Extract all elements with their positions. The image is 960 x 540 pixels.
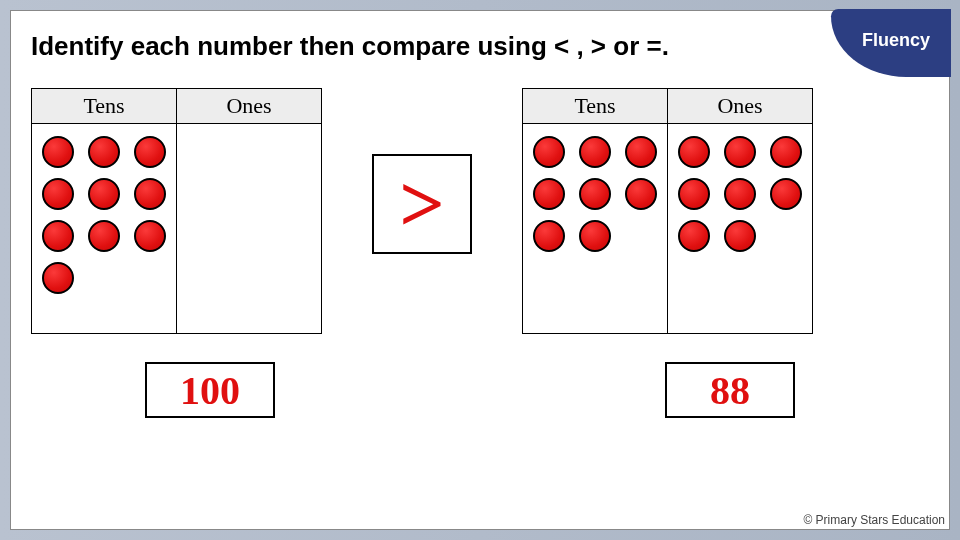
right-ones-header: Ones	[668, 89, 813, 124]
counter-dot	[134, 220, 166, 252]
main-row: Tens Ones >	[31, 88, 929, 334]
counter-dot	[42, 136, 74, 168]
value-row: 100 88	[31, 362, 929, 418]
counter-dot	[533, 220, 565, 252]
counter-dot	[88, 220, 120, 252]
counter-dot	[678, 136, 710, 168]
counter-dot	[770, 178, 802, 210]
fluency-badge-label: Fluency	[862, 30, 930, 51]
counter-dot	[533, 136, 565, 168]
counter-dot	[42, 220, 74, 252]
counter-dot	[724, 220, 756, 252]
counter-dot	[678, 178, 710, 210]
counter-dot	[579, 220, 611, 252]
counter-dot	[724, 178, 756, 210]
counter-dot	[42, 262, 74, 294]
right-tens-header: Tens	[523, 89, 668, 124]
left-ones-dots	[183, 132, 315, 136]
right-ones-dots	[674, 132, 806, 252]
right-tens-cell	[523, 124, 668, 334]
slide-inner: Fluency Identify each number then compar…	[10, 10, 950, 530]
instruction-text: Identify each number then compare using …	[31, 31, 929, 62]
counter-dot	[579, 136, 611, 168]
right-place-value-table: Tens Ones	[522, 88, 813, 334]
left-place-value-table: Tens Ones	[31, 88, 322, 334]
counter-dot	[625, 136, 657, 168]
left-tens-dots	[38, 132, 170, 294]
left-value: 100	[180, 367, 240, 414]
right-value: 88	[710, 367, 750, 414]
right-tens-dots	[529, 132, 661, 252]
comparison-symbol-box: >	[372, 154, 472, 254]
counter-dot	[770, 136, 802, 168]
left-tens-cell	[32, 124, 177, 334]
counter-dot	[134, 136, 166, 168]
comparison-symbol: >	[399, 164, 445, 244]
left-tens-header: Tens	[32, 89, 177, 124]
counter-dot	[88, 136, 120, 168]
footer-copyright: © Primary Stars Education	[803, 513, 945, 527]
counter-dot	[533, 178, 565, 210]
right-ones-cell	[668, 124, 813, 334]
counter-dot	[724, 136, 756, 168]
counter-dot	[88, 178, 120, 210]
right-value-box: 88	[665, 362, 795, 418]
counter-dot	[42, 178, 74, 210]
counter-dot	[134, 178, 166, 210]
left-ones-cell	[177, 124, 322, 334]
left-ones-header: Ones	[177, 89, 322, 124]
counter-dot	[579, 178, 611, 210]
fluency-badge: Fluency	[831, 9, 951, 77]
counter-dot	[678, 220, 710, 252]
left-value-box: 100	[145, 362, 275, 418]
counter-dot	[625, 178, 657, 210]
slide-outer: Fluency Identify each number then compar…	[0, 0, 960, 540]
